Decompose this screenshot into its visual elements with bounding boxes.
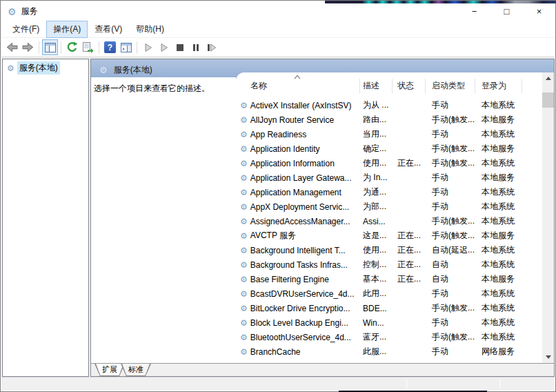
service-startup-type-cell: 手动(触发... xyxy=(425,302,475,314)
back-icon xyxy=(6,41,18,53)
table-row[interactable]: ⚙Background Intelligent T...使用...正在...自动… xyxy=(236,243,542,257)
service-gear-icon: ⚙ xyxy=(240,289,248,299)
service-name-cell: ⚙BitLocker Drive Encryptio... xyxy=(236,304,359,313)
table-row[interactable]: ⚙AppX Deployment Servic...为部...手动本地系统 xyxy=(236,199,542,214)
menu-bar: 文件(F) 操作(A) 查看(V) 帮助(H) xyxy=(1,21,555,38)
menu-action[interactable]: 操作(A) xyxy=(46,21,88,38)
tab-extended-label: 扩展 xyxy=(95,364,124,375)
menu-view[interactable]: 查看(V) xyxy=(88,21,129,38)
service-description-cell: 使用... xyxy=(359,244,392,256)
table-row[interactable]: ⚙Base Filtering Engine基本...正在...自动本地服务 xyxy=(236,272,542,286)
tab-standard[interactable]: 标准 xyxy=(121,364,151,376)
service-startup-type-cell: 手动(触发... xyxy=(425,331,475,343)
show-console-tree-button[interactable] xyxy=(42,39,58,55)
column-header-startup-type[interactable]: 启动类型 xyxy=(432,80,465,92)
service-startup-type-cell: 手动(触发... xyxy=(425,143,475,155)
table-row[interactable]: ⚙BluetoothUserService_4d...蓝牙...手动(触发...… xyxy=(236,330,542,344)
service-gear-icon: ⚙ xyxy=(240,159,248,168)
table-row[interactable]: ⚙Block Level Backup Engi...Win...手动本地系统 xyxy=(236,315,542,330)
service-gear-icon: ⚙ xyxy=(240,202,248,212)
service-status-cell: 正在... xyxy=(392,230,425,242)
service-gear-icon: ⚙ xyxy=(240,318,248,328)
table-row[interactable]: ⚙AssignedAccessManager...Assi...手动(触发...… xyxy=(236,214,542,228)
table-row[interactable]: ⚙BcastDVRUserService_4d...此用...手动本地系统 xyxy=(236,286,542,301)
service-startup-type-cell: 自动(延迟... xyxy=(425,244,475,256)
scroll-down-button[interactable] xyxy=(542,351,554,363)
column-header-description[interactable]: 描述 xyxy=(363,80,379,92)
service-startup-type-cell: 手动 xyxy=(425,317,475,329)
service-name-cell: ⚙Application Information xyxy=(236,159,359,168)
service-logon-as-cell: 本地系统 xyxy=(475,331,522,343)
service-gear-icon: ⚙ xyxy=(240,260,248,270)
column-separator[interactable] xyxy=(522,79,522,93)
console-tree-panel: ⚙ 服务(本地) xyxy=(2,59,89,377)
table-row[interactable]: ⚙Application Identity确定...手动(触发...本地服务 xyxy=(236,141,542,156)
service-logon-as-cell: 本地系统 xyxy=(475,288,522,300)
stop-service-button[interactable] xyxy=(172,39,188,55)
service-name: AllJoyn Router Service xyxy=(250,115,334,125)
column-separator[interactable] xyxy=(425,79,426,93)
pause-service-button[interactable] xyxy=(188,39,203,55)
service-name: BranchCache xyxy=(250,347,301,357)
column-header-name[interactable]: 名称 xyxy=(250,80,267,92)
close-button[interactable]: × xyxy=(528,1,550,21)
table-row[interactable]: ⚙Application Layer Gatewa...为 In...手动本地服… xyxy=(236,170,542,185)
menu-file[interactable]: 文件(F) xyxy=(6,21,46,38)
service-logon-as-cell: 本地系统 xyxy=(475,201,522,213)
forward-button[interactable] xyxy=(20,39,36,55)
service-name: Application Management xyxy=(250,188,341,197)
service-gear-icon: ⚙ xyxy=(240,217,248,226)
table-row[interactable]: ⚙Application Management为通...手动本地系统 xyxy=(236,185,542,199)
tree-item-services-local[interactable]: ⚙ 服务(本地) xyxy=(7,61,88,75)
show-action-pane-button[interactable] xyxy=(118,39,134,55)
service-name-cell: ⚙BluetoothUserService_4d... xyxy=(236,333,359,342)
resume-service-button[interactable] xyxy=(156,39,172,55)
service-logon-as-cell: 本地系统 xyxy=(475,186,522,198)
column-header-logon-as[interactable]: 登录为 xyxy=(481,80,506,92)
service-name-cell: ⚙Background Intelligent T... xyxy=(236,246,359,255)
service-logon-as-cell: 本地系统 xyxy=(475,302,522,314)
service-gear-icon: ⚙ xyxy=(240,101,248,110)
table-row[interactable]: ⚙Background Tasks Infras...控制...正在...自动本… xyxy=(236,257,542,272)
refresh-button[interactable] xyxy=(64,39,80,55)
scroll-up-button[interactable] xyxy=(542,72,554,84)
client-area: ⚙ 服务(本地) ⚙ 服务(本地) 选择一个项目来查看它的描述。 名称 描述 状… xyxy=(1,57,555,377)
table-row[interactable]: ⚙BranchCache此服...手动网络服务 xyxy=(236,344,542,359)
menu-help[interactable]: 帮助(H) xyxy=(129,21,171,38)
toolbar-separator xyxy=(39,41,39,54)
table-row[interactable]: ⚙AllJoyn Router Service路由...手动(触发...本地服务 xyxy=(236,112,542,127)
column-separator[interactable] xyxy=(359,79,360,93)
column-separator[interactable] xyxy=(475,79,475,93)
start-service-button[interactable] xyxy=(140,39,156,55)
service-name: BcastDVRUserService_4d... xyxy=(250,289,355,299)
table-row[interactable]: ⚙AVCTP 服务这是...正在...手动(触发...本地服务 xyxy=(236,228,542,243)
column-header-status[interactable]: 状态 xyxy=(397,80,414,92)
scrollbar-thumb[interactable] xyxy=(542,92,554,108)
column-separator[interactable] xyxy=(392,79,393,93)
tab-standard-label: 标准 xyxy=(121,364,150,375)
service-name-cell: ⚙BcastDVRUserService_4d... xyxy=(236,289,359,299)
chevron-down-icon xyxy=(546,355,551,359)
table-row[interactable]: ⚙Application Information使用...正在...手动(触发.… xyxy=(236,156,542,170)
table-row[interactable]: ⚙ActiveX Installer (AxInstSV)为从 ...手动本地系… xyxy=(236,98,542,112)
service-status-cell: 正在... xyxy=(392,157,425,169)
service-description-cell: 确定... xyxy=(359,143,392,155)
table-row[interactable]: ⚙App Readiness当用...手动本地系统 xyxy=(236,127,542,141)
service-description-cell: 为通... xyxy=(359,186,392,198)
service-startup-type-cell: 手动 xyxy=(425,201,475,213)
minimize-button[interactable]: − xyxy=(463,1,486,21)
export-list-button[interactable] xyxy=(80,39,96,55)
maximize-button[interactable]: □ xyxy=(495,1,518,21)
help-button[interactable]: ? xyxy=(102,39,118,55)
back-button[interactable] xyxy=(4,39,20,55)
table-row[interactable]: ⚙BitLocker Drive Encryptio...BDE...手动(触发… xyxy=(236,301,542,315)
service-description-cell: 路由... xyxy=(359,114,392,126)
service-gear-icon: ⚙ xyxy=(240,275,248,284)
vertical-scrollbar[interactable] xyxy=(542,72,554,363)
service-logon-as-cell: 本地系统 xyxy=(475,157,522,169)
restart-service-button[interactable] xyxy=(203,39,219,55)
service-name-cell: ⚙Block Level Backup Engi... xyxy=(236,318,359,328)
service-logon-as-cell: 本地系统 xyxy=(475,99,522,111)
tab-extended[interactable]: 扩展 xyxy=(95,364,125,376)
service-name-cell: ⚙ActiveX Installer (AxInstSV) xyxy=(236,101,359,110)
